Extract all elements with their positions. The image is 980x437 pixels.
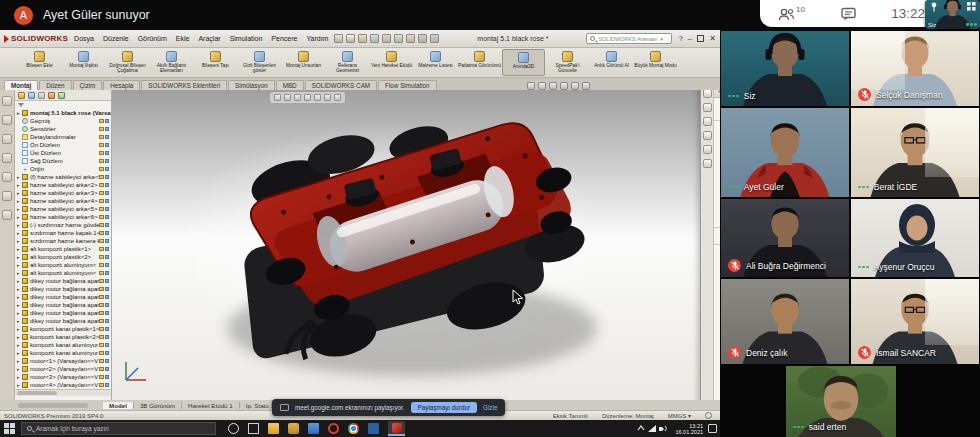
tree-row[interactable]: ▸dikey motor bağlama apar — [15, 285, 111, 293]
action-center-icon[interactable] — [708, 424, 717, 433]
start-button[interactable] — [4, 423, 15, 434]
dimxpert-tab-icon[interactable] — [48, 92, 55, 99]
tool-performans-kar-la-t-rma-testi[interactable]: Performansı Karşılaştırma Testi — [714, 164, 720, 179]
menu-ekle[interactable]: Ekle — [176, 35, 190, 42]
tab-mbd[interactable]: MBD — [276, 80, 304, 90]
file-explorer-icon[interactable] — [268, 423, 279, 434]
tree-row[interactable]: Sensörler — [15, 125, 111, 133]
cmd-speedpak-i-g-ncelle[interactable]: SpeedPak'i Güncelle — [546, 49, 589, 76]
menu-pencere[interactable]: Pencere — [271, 35, 297, 42]
maximize-button[interactable] — [697, 35, 704, 42]
help-button[interactable]: ? — [678, 35, 682, 43]
toolbar-icon[interactable] — [2, 134, 12, 144]
participants-button[interactable]: 10 — [778, 7, 805, 21]
cmd-ak-ll-ba-lant-elemanlar-[interactable]: Akıllı Bağlantı Elemanları — [150, 49, 193, 76]
tool-ayarlar-kopyala-sihirbaz-[interactable]: Ayarları Kopyala Sihirbazı — [714, 194, 720, 209]
blue-app-icon[interactable] — [368, 423, 379, 434]
self-view-thumbnail[interactable]: Siz — [925, 0, 980, 29]
cmd-malzeme-listesi[interactable]: Malzeme Listesi — [414, 49, 457, 76]
store-app-icon[interactable] — [288, 423, 299, 434]
cmd-b-y-k-montaj-modu[interactable]: Büyük Montaj Modu — [634, 49, 677, 76]
tree-row[interactable]: ▸dikey motor bağlama apar — [15, 277, 111, 285]
file-explorer-tab-icon[interactable] — [703, 117, 712, 126]
tree-row[interactable]: ▸(f) hazne sabitleyici arka<5 — [15, 173, 111, 181]
view-tool-icon[interactable] — [538, 82, 546, 90]
tree-row[interactable]: ▸dikey motor bağlama apar — [15, 301, 111, 309]
view-tool-icon[interactable] — [582, 82, 590, 90]
minimize-button[interactable]: – — [688, 35, 692, 43]
tree-row[interactable]: ▸hazne sabitleyici arka<5> ( — [15, 205, 111, 213]
tab-montaj[interactable]: Montaj — [4, 80, 38, 90]
tree-row[interactable]: ▸hazne sabitleyici arka<6> ( — [15, 213, 111, 221]
tree-row[interactable]: ▸alt kompozit aluminyum< — [15, 261, 111, 269]
section--evrimi-i-kaynaklar[interactable]: Çevrimiçi Kaynaklar∨ — [714, 227, 720, 241]
pane-scrollbar-thumb[interactable] — [18, 403, 88, 408]
tree-row[interactable]: ▸alt kompozit plastik<1> — [15, 245, 111, 253]
tree-row[interactable]: ▸hazne sabitleyici arka<2> ( — [15, 181, 111, 189]
toolbar-icon[interactable] — [2, 210, 12, 220]
grid-view-icon[interactable] — [967, 2, 976, 11]
tree-row[interactable]: Sağ Düzlem — [15, 157, 111, 165]
tab-sim-lasyon[interactable]: Simülasyon — [228, 80, 275, 90]
participant-tile-said-erten[interactable]: said erten — [786, 366, 896, 437]
menu-araçlar[interactable]: Araçlar — [198, 35, 220, 42]
configuration-tab-icon[interactable] — [38, 92, 45, 99]
opera-icon[interactable] — [328, 423, 339, 434]
hide-notification-link[interactable]: Gizle — [483, 404, 497, 411]
tree-horizontal-scrollbar[interactable] — [15, 389, 111, 396]
tree-row[interactable]: ▸motor<2> (Varsayılan<<V — [15, 365, 111, 373]
participant-tile-i-smail-sancar[interactable]: İsmail SANCAR — [851, 279, 979, 364]
cortana-icon[interactable] — [228, 423, 239, 434]
tree-row[interactable]: ▸alt kompozit plastik<2> — [15, 253, 111, 261]
propertymanager-tab-icon[interactable] — [28, 92, 35, 99]
menu-düzenle[interactable]: Düzenle — [103, 35, 129, 42]
qat-open-icon[interactable] — [358, 34, 367, 43]
tree-row[interactable]: ▸kompozit kanat aluminyur — [15, 341, 111, 349]
close-button[interactable]: ✕ — [709, 35, 716, 43]
tree-row[interactable]: ▸dikey motor bağlama apar — [15, 293, 111, 301]
solidworks-search-box[interactable]: SOLIDWORKS Araması▾ — [586, 33, 672, 44]
appearances-tab-icon[interactable] — [703, 131, 712, 140]
tree-row[interactable]: +Orijin — [15, 165, 111, 173]
tree-row[interactable]: Detaylandırmalar — [15, 133, 111, 141]
toolbar-icon[interactable] — [2, 115, 12, 125]
bottom-tab-model[interactable]: Model — [103, 402, 134, 409]
tray-icons[interactable] — [636, 423, 670, 434]
participant-tile-siz[interactable]: Siz — [721, 31, 849, 106]
participant-tile-deniz-al-k[interactable]: Deniz çalık — [721, 279, 849, 364]
qat-print-icon[interactable] — [382, 34, 391, 43]
tray-clock[interactable]: 13:21 16.01.2021 — [675, 423, 703, 435]
tab-solidworks-cam[interactable]: SOLIDWORKS CAM — [305, 80, 377, 90]
participant-tile-berat-i-gde[interactable]: Berat İGDE — [851, 108, 979, 197]
tab--izim[interactable]: Çizim — [73, 80, 103, 90]
tree-row[interactable]: ▸motor<4> (Varsayılan<<V — [15, 381, 111, 389]
tree-row[interactable]: ▸dikey motor bağlama apar — [15, 317, 111, 325]
tree-row[interactable]: ▸kompozit kanat plastik<2> — [15, 333, 111, 341]
tab-d-zen[interactable]: Düzen — [39, 80, 71, 90]
menu-yardım[interactable]: Yardım — [306, 35, 328, 42]
bottom-tab-3b-g-r-n-m[interactable]: 3B Görünüm — [134, 402, 182, 409]
cmd-montaj-i-li-kisi[interactable]: Montaj İlişkisi — [62, 49, 105, 76]
qat-options-icon[interactable] — [430, 34, 439, 43]
chat-button[interactable] — [841, 7, 856, 21]
toolbar-icon[interactable] — [2, 153, 12, 163]
chrome-icon[interactable] — [348, 423, 359, 434]
qat-redo-icon[interactable] — [406, 34, 415, 43]
menu-görünüm[interactable]: Görünüm — [138, 35, 167, 42]
cmd-do-rusal-bile-en-o-altma[interactable]: Doğrusal Bileşen Çoğaltma — [106, 49, 149, 76]
tab-hesapla[interactable]: Hesapla — [103, 80, 140, 90]
solidworks-taskbar-button[interactable] — [388, 421, 405, 436]
forum-tab-icon[interactable] — [703, 159, 712, 168]
tree-row[interactable]: Ön Düzlem — [15, 141, 111, 149]
tree-row[interactable]: ▸motor<3> (Varsayılan<<V — [15, 373, 111, 381]
rov-3d-model[interactable] — [112, 90, 720, 400]
participant-tile-ali-bu-ra-de-irmenci[interactable]: Ali Buğra Değirmenci — [721, 199, 849, 277]
tree-row[interactable]: ▸sızdırmaz hazne kamera kl — [15, 237, 111, 245]
stop-sharing-button[interactable]: Paylaşmayı durdur — [411, 402, 478, 413]
bottom-tab-hareket-et-d-1[interactable]: Hareket Etüdü 1 — [182, 402, 240, 409]
graphics-viewport[interactable]: « SOLIDWORKS Kaynakları ⚙ ✕ SOLIDWORKS e… — [112, 90, 720, 400]
tree-row[interactable]: Üst Düzlem — [15, 149, 111, 157]
design-library-tab-icon[interactable] — [703, 103, 712, 112]
qat-rebuild-icon[interactable] — [418, 34, 427, 43]
scrollbar-thumb[interactable] — [17, 391, 57, 395]
